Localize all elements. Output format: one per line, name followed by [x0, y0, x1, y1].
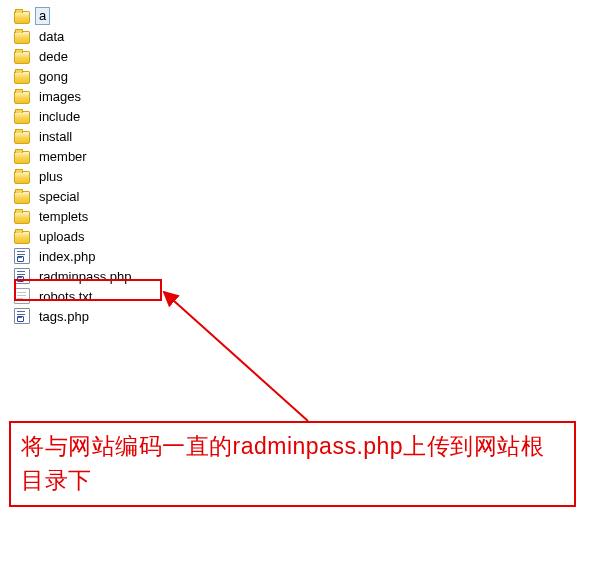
file-name: a [39, 8, 46, 23]
annotation-instruction-box: 将与网站编码一直的radminpass.php上传到网站根目录下 [9, 421, 576, 507]
file-item-images[interactable]: images [14, 86, 592, 106]
file-item-member[interactable]: member [14, 146, 592, 166]
file-name: member [39, 149, 87, 164]
file-item-gong[interactable]: gong [14, 66, 592, 86]
file-item-tags-php[interactable]: tags.php [14, 306, 592, 326]
php-file-icon [14, 308, 30, 324]
file-item-index-php[interactable]: index.php [14, 246, 592, 266]
file-name: index.php [39, 249, 95, 264]
folder-icon [14, 111, 30, 124]
folder-icon [14, 11, 30, 24]
file-item-dede[interactable]: dede [14, 46, 592, 66]
folder-icon [14, 211, 30, 224]
folder-icon [14, 151, 30, 164]
file-name: gong [39, 69, 68, 84]
file-item-data[interactable]: data [14, 26, 592, 46]
folder-icon [14, 231, 30, 244]
file-item-special[interactable]: special [14, 186, 592, 206]
file-name: special [39, 189, 79, 204]
file-name: robots.txt [39, 289, 92, 304]
file-name: templets [39, 209, 88, 224]
annotation-instruction-text: 将与网站编码一直的radminpass.php上传到网站根目录下 [21, 433, 544, 493]
file-name: data [39, 29, 64, 44]
folder-icon [14, 51, 30, 64]
folder-icon [14, 71, 30, 84]
folder-icon [14, 31, 30, 44]
file-name: dede [39, 49, 68, 64]
folder-icon [14, 171, 30, 184]
file-name: install [39, 129, 72, 144]
file-item-include[interactable]: include [14, 106, 592, 126]
file-item-radminpass-php[interactable]: radminpass.php [14, 266, 592, 286]
txt-file-icon [14, 288, 30, 304]
file-name: images [39, 89, 81, 104]
file-list: a data dede gong images include install … [14, 6, 592, 326]
php-file-icon [14, 248, 30, 264]
php-file-icon [14, 268, 30, 284]
file-name: tags.php [39, 309, 89, 324]
file-name: uploads [39, 229, 85, 244]
file-name: plus [39, 169, 63, 184]
file-item-plus[interactable]: plus [14, 166, 592, 186]
file-item-install[interactable]: install [14, 126, 592, 146]
file-item-uploads[interactable]: uploads [14, 226, 592, 246]
file-item-robots-txt[interactable]: robots.txt [14, 286, 592, 306]
file-name: include [39, 109, 80, 124]
folder-icon [14, 91, 30, 104]
folder-icon [14, 191, 30, 204]
file-item-a[interactable]: a [14, 6, 592, 26]
file-item-templets[interactable]: templets [14, 206, 592, 226]
file-name: radminpass.php [39, 269, 132, 284]
folder-icon [14, 131, 30, 144]
